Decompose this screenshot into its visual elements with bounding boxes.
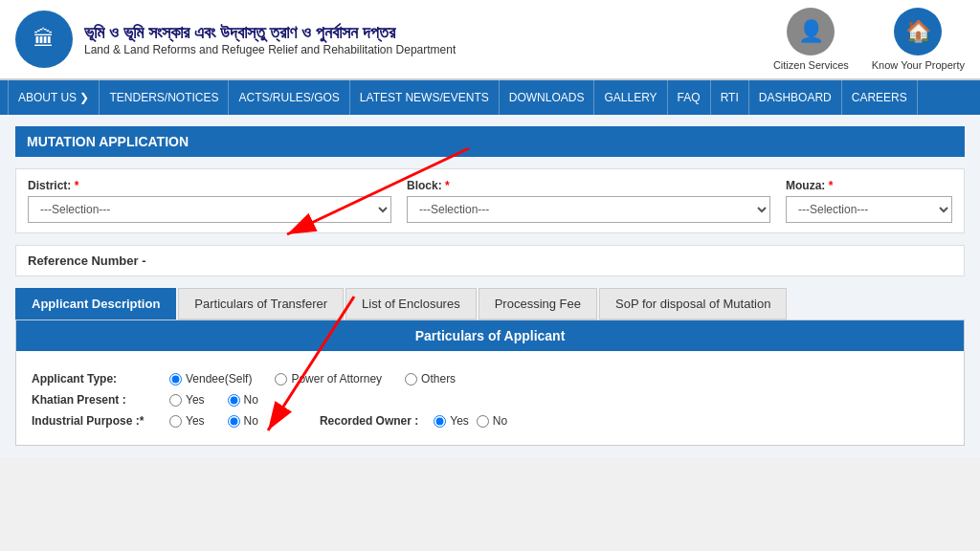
radio-recorded-no[interactable] [477,415,489,428]
tab-applicant-description[interactable]: Applicant Description [15,288,176,320]
header-left: 🏛 ভূমি ও ভূমি সংস্কার এবং উদ্বাস্তু ত্রা… [15,11,456,68]
district-label: District: * [28,179,391,192]
recorded-owner-yes-group: Yes [434,414,469,428]
industrial-no-label[interactable]: No [228,414,258,428]
panel-title: Particulars of Applicant [16,320,964,351]
header-right: 👤 Citizen Services 🏠 Know Your Property [773,8,965,71]
radio-khatian-no[interactable] [228,394,240,407]
main-content: MUTATION APPLICATION District: * ---Sele… [0,115,980,457]
industrial-recorded-row: Industrial Purpose :* Yes No [32,414,948,428]
khatian-no-group: No [228,393,258,407]
radio-others-label[interactable]: Others [405,372,456,386]
industrial-yes-group: Yes [169,414,205,428]
recorded-owner-no-group: No [477,414,507,428]
recorded-owner-yes-label[interactable]: Yes [434,414,469,428]
nav-gallery[interactable]: GALLERY [594,80,667,115]
tab-particulars-transferer[interactable]: Particulars of Transferer [178,288,344,320]
citizen-services-icon: 👤 [787,8,835,55]
site-logo: 🏛 [15,11,73,68]
khatian-no-label[interactable]: No [228,393,258,407]
block-select[interactable]: ---Selection--- [407,196,770,223]
poa-radio-group: Power of Attorney [275,372,382,386]
nav-faq[interactable]: FAQ [668,80,711,115]
reference-number-row: Reference Number - [15,245,965,276]
location-form-row: District: * ---Selection--- Block: * ---… [15,168,965,233]
block-label: Block: * [407,179,770,192]
page-header: 🏛 ভূমি ও ভূমি সংস্কার এবং উদ্বাস্তু ত্রা… [0,0,980,80]
header-text: ভূমি ও ভূমি সংস্কার এবং উদ্বাস্তু ত্রাণ … [84,23,456,56]
know-property-icon: 🏠 [894,8,942,55]
vendee-label: Vendee(Self) [186,372,252,386]
khatian-yes-label[interactable]: Yes [169,393,205,407]
panel-content: Applicant Type: Vendee(Self) Power of At… [16,363,964,445]
radio-poa[interactable] [275,373,287,386]
mouza-label: Mouza: * [786,179,952,192]
main-navbar: ABOUT US ❯ TENDERS/NOTICES ACTS/RULES/GO… [0,80,980,115]
khatian-yes-group: Yes [169,393,205,407]
radio-industrial-yes[interactable] [169,415,182,428]
bengali-title: ভূমি ও ভূমি সংস্কার এবং উদ্বাস্তু ত্রাণ … [84,23,456,43]
know-property-block[interactable]: 🏠 Know Your Property [872,8,965,71]
tab-list-enclosures[interactable]: List of Enclosures [345,288,477,320]
radio-industrial-no[interactable] [228,415,240,428]
district-group: District: * ---Selection--- [28,179,391,223]
others-label: Others [421,372,456,386]
block-group: Block: * ---Selection--- [407,179,770,223]
nav-careers[interactable]: CAREERS [842,80,918,115]
form-tabs: Applicant Description Particulars of Tra… [15,288,965,320]
nav-news[interactable]: LATEST NEWS/EVENTS [350,80,500,115]
english-title: Land & Land Reforms and Refugee Relief a… [84,43,456,56]
applicant-type-radios: Vendee(Self) [169,372,252,386]
nav-acts[interactable]: ACTS/RULES/GOS [229,80,349,115]
poa-label: Power of Attorney [291,372,382,386]
applicant-type-row: Applicant Type: Vendee(Self) Power of At… [32,372,948,386]
others-radio-group: Others [405,372,456,386]
nav-tenders[interactable]: TENDERS/NOTICES [100,80,229,115]
khatian-present-label: Khatian Present : [32,393,146,407]
radio-poa-label[interactable]: Power of Attorney [275,372,382,386]
district-select[interactable]: ---Selection--- [28,196,391,223]
radio-recorded-yes[interactable] [434,415,446,428]
industrial-purpose-label: Industrial Purpose :* [32,414,146,428]
radio-vendee-label[interactable]: Vendee(Self) [169,372,252,386]
applicant-form-panel: Particulars of Applicant Applicant Type:… [15,320,965,446]
citizen-services-block[interactable]: 👤 Citizen Services [773,8,849,71]
nav-rti[interactable]: RTI [711,80,749,115]
applicant-type-label: Applicant Type: [32,372,146,386]
recorded-owner-label: Recorded Owner : [320,414,418,428]
nav-downloads[interactable]: DOWNLOADS [500,80,595,115]
know-property-label: Know Your Property [872,59,965,71]
tab-processing-fee[interactable]: Processing Fee [479,288,597,320]
mutation-section-title: MUTATION APPLICATION [15,126,965,157]
tab-sop[interactable]: SoP for disposal of Mutation [599,288,787,320]
radio-others[interactable] [405,373,417,386]
nav-dashboard[interactable]: DASHBOARD [749,80,842,115]
recorded-owner-no-label[interactable]: No [477,414,507,428]
industrial-no-group: No [228,414,258,428]
radio-khatian-yes[interactable] [169,394,182,407]
industrial-yes-label[interactable]: Yes [169,414,205,428]
citizen-services-label: Citizen Services [773,59,849,71]
nav-about-us[interactable]: ABOUT US ❯ [8,80,100,115]
mouza-group: Mouza: * ---Selection--- [786,179,952,223]
radio-vendee[interactable] [169,373,182,386]
khatian-present-row: Khatian Present : Yes No [32,393,948,407]
mouza-select[interactable]: ---Selection--- [786,196,952,223]
